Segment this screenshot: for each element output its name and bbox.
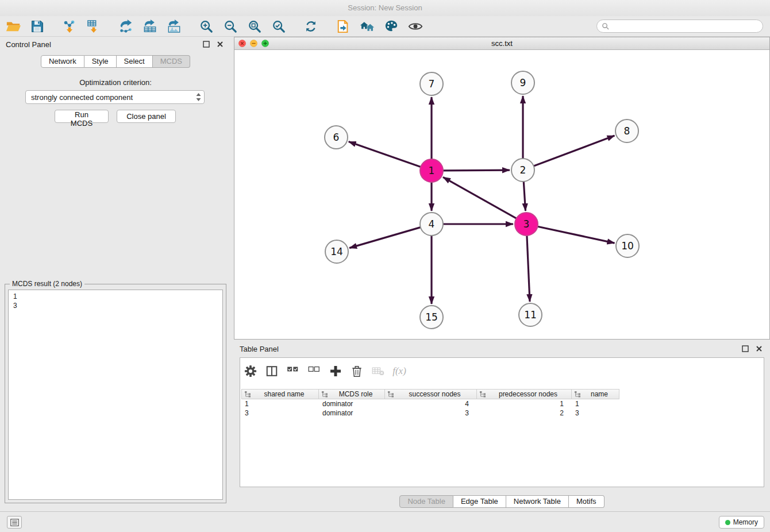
- toolbar-icon-groups: [0, 18, 424, 34]
- zoom-window-icon[interactable]: [261, 40, 269, 47]
- show-panel-menu-button[interactable]: [7, 516, 22, 529]
- table-cell[interactable]: dominator: [319, 399, 385, 408]
- column-header-successor-nodes[interactable]: successor nodes: [385, 389, 477, 399]
- search-box[interactable]: [596, 20, 763, 33]
- table-cell[interactable]: 3: [385, 408, 477, 418]
- show-hide-icon[interactable]: [407, 18, 424, 34]
- delete-row-icon[interactable]: [350, 364, 364, 378]
- close-panel-button[interactable]: Close panel: [117, 110, 176, 123]
- open-session-icon[interactable]: [5, 18, 22, 34]
- svg-text:2: 2: [520, 164, 526, 176]
- import-network-file-icon[interactable]: [61, 18, 78, 34]
- edge-3-11[interactable]: [527, 236, 530, 302]
- import-table-file-icon[interactable]: [85, 18, 102, 34]
- float-table-panel-icon[interactable]: [742, 345, 750, 353]
- sort-icon[interactable]: [574, 391, 581, 398]
- table-cell[interactable]: 3: [241, 408, 319, 418]
- main-toolbar: [0, 16, 770, 37]
- mcds-result-list[interactable]: 13: [8, 290, 223, 500]
- node-14[interactable]: 14: [325, 240, 348, 263]
- mcds-result-group: MCDS result (2 nodes) 13: [5, 284, 226, 503]
- status-bar: Memory: [0, 511, 770, 532]
- node-9[interactable]: 9: [511, 71, 534, 94]
- edge-3-10[interactable]: [538, 226, 615, 243]
- export-image-icon[interactable]: [165, 18, 183, 34]
- zoom-selected-icon[interactable]: [270, 18, 287, 34]
- export-network-icon[interactable]: [117, 18, 134, 34]
- export-document-icon[interactable]: [334, 18, 352, 34]
- deselect-all-icon[interactable]: [307, 364, 321, 378]
- svg-text:7: 7: [429, 78, 435, 90]
- table-cell[interactable]: 1: [572, 399, 619, 408]
- edge-2-3[interactable]: [523, 182, 525, 211]
- select-all-icon[interactable]: [286, 364, 300, 378]
- node-8[interactable]: 8: [615, 119, 638, 142]
- node-6[interactable]: 6: [325, 126, 348, 149]
- node-11[interactable]: 11: [519, 303, 542, 326]
- table-row[interactable]: 3dominator323: [241, 408, 764, 418]
- memory-button[interactable]: Memory: [719, 516, 764, 529]
- float-panel-icon[interactable]: [203, 40, 211, 49]
- table-cell[interactable]: 4: [385, 399, 477, 408]
- optimization-dropdown[interactable]: strongly connected component: [25, 90, 205, 104]
- save-session-icon[interactable]: [29, 18, 46, 34]
- table-cell[interactable]: 1: [241, 399, 319, 408]
- tab-node-table[interactable]: Node Table: [399, 495, 453, 508]
- column-header-name[interactable]: name: [572, 389, 619, 399]
- node-1[interactable]: 1: [420, 159, 443, 182]
- tab-motifs[interactable]: Motifs: [569, 495, 605, 508]
- zoom-out-icon[interactable]: [222, 18, 239, 34]
- tab-network[interactable]: Network: [41, 55, 84, 68]
- tab-select[interactable]: Select: [117, 55, 153, 68]
- column-header-mcds-role[interactable]: MCDS role: [319, 389, 385, 399]
- edge-4-14[interactable]: [349, 228, 421, 248]
- network-canvas[interactable]: 7968124310141511: [234, 50, 769, 339]
- edge-3-1[interactable]: [443, 177, 517, 218]
- table-cell[interactable]: 1: [477, 399, 572, 408]
- tab-mcds[interactable]: MCDS: [153, 55, 190, 68]
- edge-1-6[interactable]: [349, 142, 421, 167]
- toolbar-group: [5, 18, 46, 34]
- export-table-icon[interactable]: [141, 18, 159, 34]
- sort-icon[interactable]: [479, 391, 486, 398]
- style-palette-icon[interactable]: [383, 18, 400, 34]
- table-cell[interactable]: 3: [572, 408, 619, 418]
- column-header-predecessor-nodes[interactable]: predecessor nodes: [477, 389, 572, 399]
- sort-icon[interactable]: [387, 391, 394, 398]
- tab-edge-table[interactable]: Edge Table: [453, 495, 506, 508]
- edge-1-2[interactable]: [443, 170, 510, 171]
- table-row[interactable]: 1dominator411: [241, 399, 764, 408]
- close-panel-icon[interactable]: [217, 40, 225, 49]
- home-icon[interactable]: [359, 18, 376, 34]
- refresh-layout-icon[interactable]: [302, 18, 319, 34]
- table-cell[interactable]: dominator: [319, 408, 385, 418]
- toolbar-group: [117, 18, 183, 34]
- add-row-icon[interactable]: [329, 364, 342, 378]
- close-window-icon[interactable]: [238, 40, 246, 47]
- node-7[interactable]: 7: [420, 72, 443, 95]
- edge-2-8[interactable]: [534, 136, 615, 166]
- minimize-window-icon[interactable]: [250, 40, 257, 47]
- zoom-in-icon[interactable]: [198, 18, 215, 34]
- sort-icon[interactable]: [244, 391, 251, 398]
- zoom-fit-icon[interactable]: [246, 18, 263, 34]
- node-15[interactable]: 15: [420, 306, 443, 329]
- search-input[interactable]: [612, 22, 758, 30]
- svg-text:14: 14: [330, 246, 343, 257]
- run-mcds-button[interactable]: Run MCDS: [55, 110, 109, 123]
- node-2[interactable]: 2: [511, 159, 534, 182]
- settings-icon[interactable]: [244, 364, 257, 378]
- table-cell[interactable]: 2: [477, 408, 572, 418]
- close-table-panel-icon[interactable]: [756, 345, 764, 353]
- node-3[interactable]: 3: [515, 213, 538, 236]
- tab-network-table[interactable]: Network Table: [506, 495, 569, 508]
- columns-icon[interactable]: [265, 364, 279, 378]
- sort-icon[interactable]: [321, 391, 328, 398]
- node-10[interactable]: 10: [616, 234, 639, 257]
- node-4[interactable]: 4: [420, 213, 443, 236]
- column-header-shared-name[interactable]: shared name: [241, 389, 319, 399]
- svg-text:11: 11: [524, 309, 537, 321]
- tab-style[interactable]: Style: [84, 55, 117, 68]
- svg-text:9: 9: [520, 77, 526, 88]
- node-table-container: f(x) shared nameMCDS rolesuccessor nodes…: [240, 357, 764, 487]
